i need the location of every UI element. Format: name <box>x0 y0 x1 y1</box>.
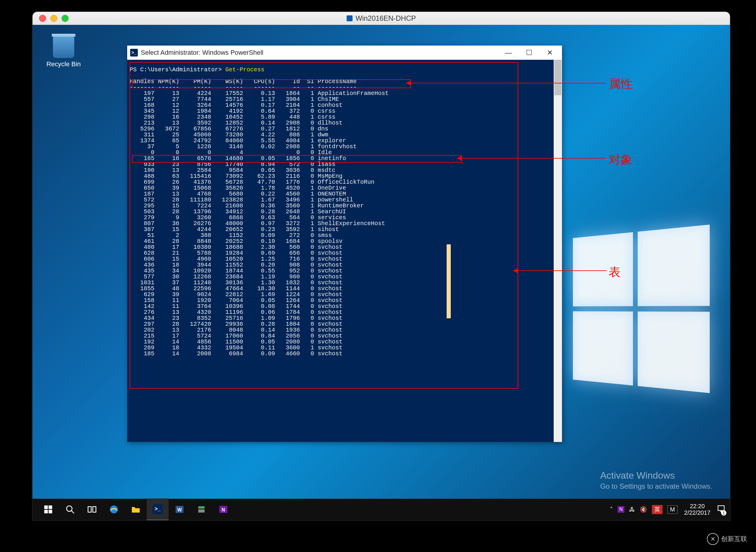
text-cursor <box>447 244 451 318</box>
taskbar-word[interactable]: W <box>169 499 190 520</box>
action-center-button[interactable]: 1 <box>717 505 725 515</box>
table-row: 629399024228121.6912240svchost <box>130 292 389 298</box>
powershell-window[interactable]: >_ Select Administrator: Windows PowerSh… <box>127 45 562 442</box>
svg-text:N: N <box>221 507 225 512</box>
taskbar-explorer[interactable] <box>125 499 147 520</box>
table-row: 215175724170600.8420560svchost <box>130 333 389 339</box>
trash-icon <box>53 37 74 58</box>
taskbar-powershell[interactable]: >_ <box>147 499 169 520</box>
minimize-button[interactable]: — <box>498 46 519 59</box>
table-header-row: HandlesNPM(K)PM(K)WS(K)CPU(s)IdSIProcess… <box>130 79 389 85</box>
table-row: 434238352257161.0917960svchost <box>130 315 389 321</box>
table-row: 29728127420299360.2818040svchost <box>130 321 389 327</box>
close-button[interactable]: ✕ <box>540 46 560 59</box>
table-row: 375122831480.0229881fontdrvhost <box>130 144 389 150</box>
table-row: 6503915068358201.7845201OneDrive <box>130 185 389 191</box>
table-row: 606154960105201.257160svchost <box>130 256 389 262</box>
search-button[interactable] <box>59 499 81 520</box>
taskbar-clock[interactable]: 22:20 2/22/2017 <box>684 503 711 516</box>
table-row: 5773012268236841.199600svchost <box>130 274 389 280</box>
table-row: 572281111801238281.6734961powershell <box>130 197 389 203</box>
table-header-row: ----------------------------------------… <box>130 85 389 91</box>
tray-chevron-icon[interactable]: ˄ <box>610 506 613 513</box>
process-table: HandlesNPM(K)PM(K)WS(K)CPU(s)IdSIProcess… <box>130 79 389 357</box>
tray-ime-mode[interactable]: M <box>667 505 677 514</box>
svg-text:W: W <box>177 507 182 512</box>
taskbar-ie[interactable] <box>103 499 125 520</box>
tray-onenote-icon[interactable]: N <box>618 506 625 513</box>
powershell-title: Select Administrator: Windows PowerShell <box>141 49 264 56</box>
recycle-bin-icon[interactable]: Recycle Bin <box>44 37 83 68</box>
prompt-path: PS C:\Users\Administrator> <box>130 66 225 73</box>
svg-rect-3 <box>48 510 52 513</box>
taskbar-server-manager[interactable] <box>190 499 212 520</box>
table-row: 4801710380186882.305600svchost <box>130 244 389 250</box>
table-row: 13746524792840605.5540041explorer <box>130 138 389 144</box>
table-row: 69926413765672847.7017760OfficeClickToRu… <box>130 179 389 185</box>
svg-rect-15 <box>718 506 724 510</box>
activate-windows-watermark: Activate Windows Go to Settings to activ… <box>600 470 712 491</box>
table-row: 5032813796349120.2826481SearchUI <box>130 209 389 215</box>
powershell-icon: >_ <box>153 504 163 514</box>
svg-rect-6 <box>88 507 92 512</box>
table-row: 488631154167309262.2321160MsMpEng <box>130 173 389 179</box>
table-row: 213133592128520.1429080dllhost <box>130 120 389 126</box>
table-row: 5296367267856672760.2718120dns <box>130 126 389 132</box>
table-row: 18514200869840.0946600svchost <box>130 351 389 357</box>
svg-line-5 <box>71 511 74 513</box>
mac-minimize-button[interactable] <box>50 15 57 22</box>
task-view-icon <box>87 505 97 514</box>
recycle-bin-label: Recycle Bin <box>44 60 83 68</box>
table-row: 10313711240301361.3010320svchost <box>130 280 389 286</box>
svg-rect-1 <box>48 506 52 509</box>
svg-rect-11 <box>198 506 204 509</box>
table-row: 168123264145760.1721041conhost <box>130 102 389 108</box>
search-icon <box>65 505 75 514</box>
taskbar-onenote[interactable]: N <box>212 499 234 520</box>
table-row: 298162348104525.894481csrss <box>130 114 389 120</box>
start-button[interactable] <box>37 499 59 520</box>
mac-close-button[interactable] <box>39 15 46 22</box>
ie-icon <box>109 505 119 514</box>
table-row: 933238756177408.945720lsass <box>130 161 389 167</box>
tray-volume-icon[interactable]: 🔇 <box>640 506 647 513</box>
system-tray[interactable]: ˄ N 🖧 🔇 英 M <box>610 505 677 514</box>
table-row: 18713476856800.2245601ONENOTEM <box>130 191 389 197</box>
table-row: 192144856115000.0520800svchost <box>130 339 389 345</box>
table-row: 387154244206520.2335921sihost <box>130 227 389 233</box>
svg-point-4 <box>66 506 72 512</box>
task-view-button[interactable] <box>81 499 103 520</box>
table-row: 3112545060732804.228081dwm <box>130 132 389 138</box>
table-row: 289184332195040.1136001svchost <box>130 345 389 351</box>
annot-label-attrs: 属性 <box>609 76 632 92</box>
table-row: 51238811520.092720smss <box>130 233 389 239</box>
tray-network-icon[interactable]: 🖧 <box>629 506 635 513</box>
svg-rect-12 <box>198 510 204 513</box>
windows-logo-wallpaper <box>573 225 710 393</box>
windows-desktop[interactable]: Recycle Bin >_ Select Administrator: Win… <box>32 25 730 520</box>
table-row: 276134320111960.0617840svchost <box>130 309 389 315</box>
taskbar[interactable]: >_ W N ˄ N 🖧 <box>32 499 730 520</box>
powershell-titlebar[interactable]: >_ Select Administrator: Windows PowerSh… <box>127 45 562 60</box>
mac-zoom-button[interactable] <box>61 15 68 22</box>
table-row: 8073626276480000.9732721ShellExperienceH… <box>130 221 389 227</box>
folder-icon <box>131 505 141 514</box>
watermark-brand: ✕创新互联 <box>707 533 747 545</box>
maximize-button[interactable]: ☐ <box>519 46 540 59</box>
table-row: 2799326068680.635640services <box>130 215 389 221</box>
svg-rect-7 <box>93 507 96 512</box>
tray-ime-lang[interactable]: 英 <box>652 505 662 514</box>
prompt-command: Get-Process <box>225 66 265 73</box>
svg-rect-0 <box>44 506 48 509</box>
table-row: 185548225964766418.3011440svchost <box>130 286 389 292</box>
table-row: 15811192070640.0512640svchost <box>130 298 389 303</box>
scrollbar[interactable] <box>554 60 562 442</box>
svg-rect-2 <box>44 510 48 513</box>
table-row: 436183944115520.209080svchost <box>130 262 389 268</box>
table-row: 4353410920187440.559520svchost <box>130 268 389 274</box>
powershell-console[interactable]: PS C:\Users\Administrator> Get-Process H… <box>127 60 554 442</box>
mac-titlebar[interactable]: Win2016EN-DHCP <box>32 12 730 25</box>
table-row: 557277744257161.1739041ChsIME <box>130 97 389 102</box>
scrollbar-thumb[interactable] <box>554 60 561 95</box>
table-row: 000400Idle <box>130 150 389 156</box>
